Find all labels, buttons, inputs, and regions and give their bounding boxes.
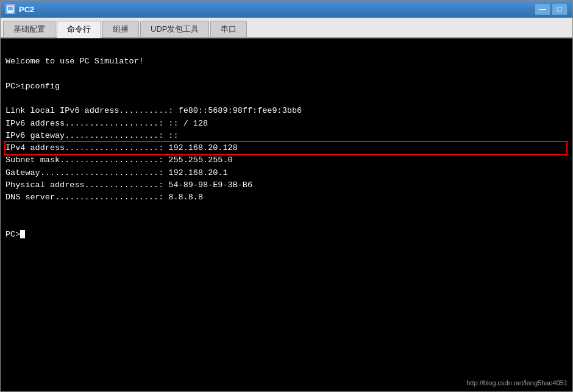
minimize-button[interactable]: — (535, 3, 550, 15)
tab-serial[interactable]: 串口 (210, 21, 247, 37)
physical-address: Physical address...............: 54-89-9… (5, 180, 252, 190)
ipv6-link-local: Link local IPv6 address..........: fe80:… (5, 106, 302, 115)
dns-server: DNS server.....................: 8.8.8.8 (5, 193, 203, 202)
welcome-line: Welcome to use PC Simulator! (5, 57, 144, 66)
pc2-window: PC2 — □ 基础配置 命令行 组播 UDP发包工具 串口 Welcome t… (0, 0, 573, 392)
maximize-button[interactable]: □ (552, 3, 568, 15)
terminal-output: Welcome to use PC Simulator! PC>ipconfig… (5, 43, 568, 253)
blank3 (5, 205, 10, 214)
tab-bar: 基础配置 命令行 组播 UDP发包工具 串口 (1, 18, 572, 38)
tab-basic[interactable]: 基础配置 (3, 21, 55, 37)
prompt-line: PC> (5, 230, 25, 239)
subnet-mask: Subnet mask....................: 255.255… (5, 155, 233, 165)
cursor (20, 230, 25, 238)
window-icon (5, 4, 15, 14)
blank2 (5, 94, 10, 103)
terminal-content[interactable]: Welcome to use PC Simulator! PC>ipconfig… (1, 38, 572, 391)
blank4 (5, 218, 10, 227)
tab-udp[interactable]: UDP发包工具 (140, 21, 209, 37)
svg-rect-0 (7, 6, 13, 11)
title-bar: PC2 — □ (1, 1, 572, 18)
blank1 (5, 69, 10, 79)
title-bar-left: PC2 (5, 4, 34, 14)
tab-group[interactable]: 组播 (102, 21, 139, 37)
tab-cmd[interactable]: 命令行 (57, 21, 101, 38)
ipv6-gateway: IPv6 gateway...................: :: (5, 131, 179, 140)
ipv6-address: IPv6 address...................: :: / 12… (5, 119, 208, 128)
ipv4-address-highlighted: IPv4 address...................: 192.168… (5, 142, 566, 154)
command-line: PC>ipconfig (5, 82, 60, 91)
watermark: http://blog.csdn.net/leng5hao4051 (466, 379, 568, 387)
gateway: Gateway........................: 192.168… (5, 168, 228, 177)
title-controls: — □ (535, 3, 568, 15)
window-title: PC2 (19, 5, 34, 14)
